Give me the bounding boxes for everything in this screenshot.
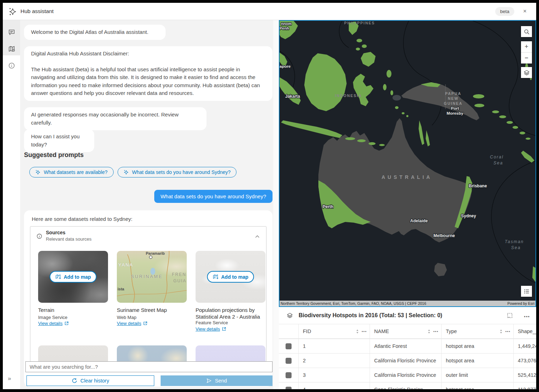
sparkle-icon xyxy=(124,170,129,175)
chevron-up-icon[interactable] xyxy=(255,235,260,238)
country-label: AUSTRALIA xyxy=(382,174,432,180)
map-layers-button[interactable] xyxy=(521,67,532,78)
view-details-label: View details xyxy=(38,321,62,326)
column-header-shape-area[interactable]: Shape__A xyxy=(513,324,536,338)
zoom-in-button[interactable]: + xyxy=(521,41,532,52)
column-header-fid[interactable]: FID ••• xyxy=(298,324,370,338)
sea-label: Tasman xyxy=(505,239,524,244)
row-checkbox[interactable] xyxy=(286,343,292,349)
country-label: NEW xyxy=(448,96,459,101)
zoom-control: + − xyxy=(521,41,532,64)
column-menu-icon[interactable]: ••• xyxy=(433,329,438,333)
clear-history-label: Clear history xyxy=(80,378,109,384)
add-map-icon xyxy=(213,274,219,280)
zoom-out-button[interactable]: − xyxy=(521,53,532,64)
selection-options-icon[interactable] xyxy=(507,313,513,319)
external-link-icon xyxy=(143,321,148,326)
table-menu-icon[interactable]: ••• xyxy=(524,314,530,319)
select-all-column[interactable] xyxy=(279,324,298,338)
country-label: PAPUA xyxy=(445,91,461,96)
cell-fid: 4 xyxy=(298,382,370,389)
scroll-gutter[interactable] xyxy=(273,20,279,389)
map-icon[interactable] xyxy=(8,45,15,52)
sources-section: Sources Relevant data sources Add to map xyxy=(30,226,266,362)
sea-label: Sea xyxy=(493,161,503,165)
country-label: PHILIPPINES xyxy=(344,21,375,25)
close-icon[interactable]: × xyxy=(521,8,528,15)
column-menu-icon[interactable]: ••• xyxy=(361,329,367,333)
dataset-thumbnail-extra-1[interactable] xyxy=(38,345,108,362)
column-menu-icon[interactable]: ••• xyxy=(505,329,510,333)
view-details-link[interactable]: View details xyxy=(196,326,226,332)
column-label: FID xyxy=(303,328,311,334)
map-attribution: Northern Territory Government, Esri, Tom… xyxy=(280,301,535,306)
map-view[interactable]: nnom Penh apore Jakarta PHILIPPINES INDO… xyxy=(279,20,536,307)
dataset-thumbnail-terrain[interactable]: Add to map xyxy=(38,251,108,303)
table-titlebar: Biodiversity Hotspots in 2016 (Total: 53… xyxy=(279,307,536,324)
thumb-label: Paramarib xyxy=(146,251,165,255)
cell-name: California Floristic Province xyxy=(370,354,441,368)
cell-shape-area: 1,449,245 xyxy=(513,339,536,353)
dialog-title: Hub assistant xyxy=(20,8,54,14)
beta-badge: beta xyxy=(495,7,514,16)
table-row[interactable]: 3 California Floristic Province outer li… xyxy=(279,368,536,382)
dataset-title: Population projections by Statistical Ar… xyxy=(196,307,266,320)
send-button[interactable]: Send xyxy=(161,375,273,386)
sparkle-icon xyxy=(35,170,41,175)
dataset-thumbnail-population[interactable]: Add to map xyxy=(196,251,265,303)
chat-icon[interactable] xyxy=(8,29,15,36)
table-row[interactable]: 4 Cape Floristic Region hotspot area 112… xyxy=(279,382,536,389)
cell-fid: 1 xyxy=(298,339,370,353)
info-icon xyxy=(36,233,42,239)
city-label: Brisbane xyxy=(469,183,487,188)
table-row[interactable]: 2 California Floristic Province hotspot … xyxy=(279,353,536,368)
dialog-header: Hub assistant beta × xyxy=(3,3,536,20)
city-label: Adelaide xyxy=(410,218,428,223)
city-label: nnom xyxy=(281,22,292,26)
view-details-link[interactable]: View details xyxy=(38,321,69,326)
cell-shape-area: 112,977,9 xyxy=(513,382,536,389)
collapse-panel-icon[interactable]: » xyxy=(8,375,10,382)
column-label: Type xyxy=(446,328,457,334)
add-map-icon xyxy=(55,274,61,280)
table-row[interactable]: 1 Atlantic Forest hotspot area 1,449,245 xyxy=(279,339,536,353)
dataset-thumbnail-extra-2[interactable] xyxy=(117,345,187,362)
map-legend-button[interactable] xyxy=(521,286,532,297)
cell-fid: 2 xyxy=(298,354,370,368)
prompt-button[interactable]: What datasets are available? xyxy=(29,167,114,177)
dataset-thumbnail-extra-3[interactable] xyxy=(196,345,265,362)
hub-assistant-dialog: Hub assistant beta × » Welcome to the Di… xyxy=(3,3,536,389)
layers-icon xyxy=(287,312,293,319)
assistant-message: Digital Australia Hub Assistant Disclaim… xyxy=(24,46,273,101)
attribution-text: Northern Territory Government, Esri, Tom… xyxy=(281,301,426,306)
table-header-row: FID ••• NAME ••• Type ••• Shape__A xyxy=(279,324,536,339)
sort-icon[interactable] xyxy=(427,329,431,334)
thumb-label: FREN xyxy=(172,272,186,277)
search-icon xyxy=(523,29,530,35)
add-to-map-button[interactable]: Add to map xyxy=(50,271,97,283)
prompt-button[interactable]: What data sets do you have around Sydney… xyxy=(118,167,236,177)
sort-icon[interactable] xyxy=(499,329,503,334)
cell-type: outer limit xyxy=(441,368,513,382)
info-icon[interactable] xyxy=(8,62,15,69)
sources-title: Sources xyxy=(46,230,65,235)
thumb-label: GUIA xyxy=(173,278,186,283)
row-checkbox[interactable] xyxy=(286,358,292,364)
dataset-thumbnail-suriname[interactable]: Paramarib YANA SURINAME FREN GUIA ista xyxy=(117,251,187,303)
sea-label: Sea xyxy=(511,245,521,250)
column-header-name[interactable]: NAME ••• xyxy=(370,324,441,338)
search-input[interactable] xyxy=(25,361,273,372)
cell-shape-area: 473,076,4 xyxy=(513,354,536,368)
map-search-button[interactable] xyxy=(521,26,532,37)
external-link-icon xyxy=(64,321,69,326)
view-details-link[interactable]: View details xyxy=(117,321,148,326)
row-checkbox[interactable] xyxy=(286,372,292,378)
add-to-map-label: Add to map xyxy=(64,274,91,280)
column-header-type[interactable]: Type ••• xyxy=(441,324,513,338)
sea-label: Coral xyxy=(490,155,504,159)
city-label: Jakarta xyxy=(285,94,300,99)
clear-history-button[interactable]: Clear history xyxy=(26,375,154,386)
row-checkbox[interactable] xyxy=(286,387,292,390)
add-to-map-button[interactable]: Add to map xyxy=(207,271,254,283)
sort-icon[interactable] xyxy=(355,329,359,334)
